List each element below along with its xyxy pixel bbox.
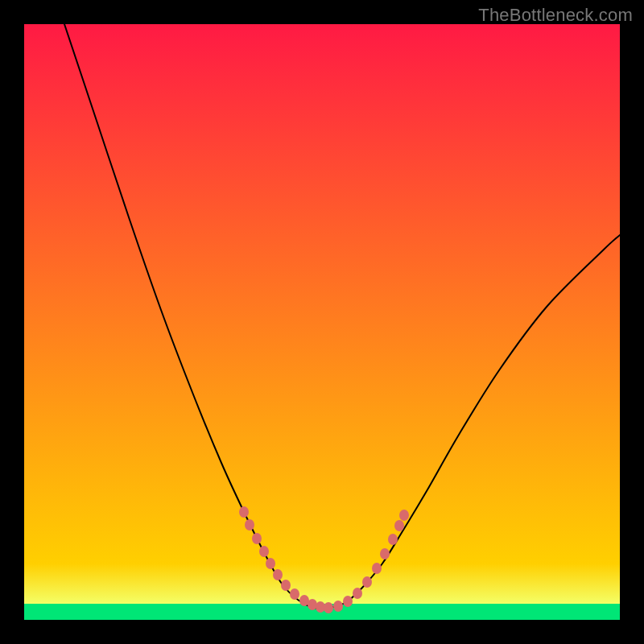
outer-frame: TheBottleneck.com — [0, 0, 644, 644]
background-gradient-green — [24, 604, 620, 620]
plot-area — [24, 24, 620, 620]
watermark-text: TheBottleneck.com — [478, 5, 633, 26]
background-gradient-pale — [24, 564, 620, 604]
background-gradient-main — [24, 24, 620, 564]
